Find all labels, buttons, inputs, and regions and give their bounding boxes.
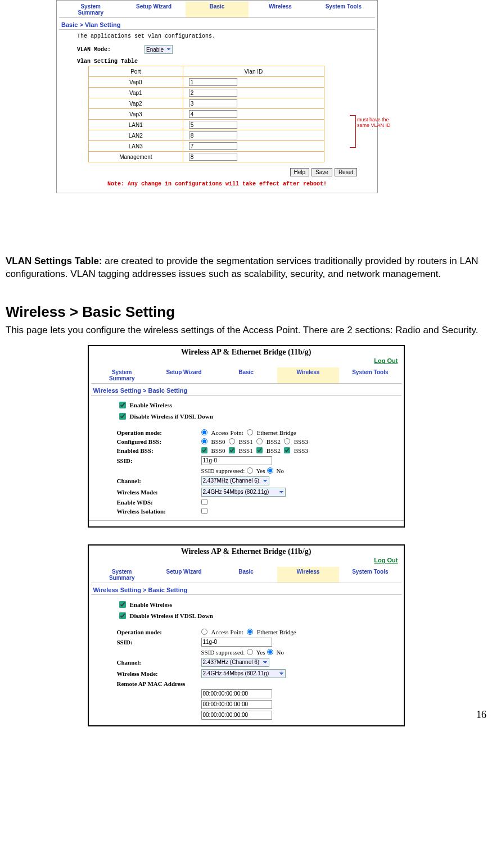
breadcrumb: Basic > Vlan Setting [59, 18, 375, 30]
tab-system-tools[interactable]: System Tools [339, 367, 401, 384]
cfg-bss0-radio[interactable] [201, 438, 207, 444]
tab-bar: System Summary Setup Wizard Basic Wirele… [89, 566, 404, 583]
opmode-ap-radio[interactable] [201, 629, 207, 635]
tab-system-tools[interactable]: System Tools [312, 2, 375, 18]
app-title: Wireless AP & Ethernet Bridge (11b/g) [89, 546, 404, 557]
wireless-mode-select[interactable]: 2.4GHz 54Mbps (802.11g) [201, 488, 286, 497]
vlanid-input[interactable] [189, 99, 237, 107]
table-row: LAN1 [89, 120, 324, 130]
tab-system-summary[interactable]: System Summary [59, 2, 122, 18]
breadcrumb: Wireless Setting > Basic Setting [91, 583, 401, 595]
tab-bar: System Summary Setup Wizard Basic Wirele… [89, 366, 404, 384]
en-bss0-checkbox[interactable] [201, 447, 207, 453]
enable-wds-checkbox[interactable] [201, 499, 207, 505]
table-row: LAN2 [89, 130, 324, 141]
channel-label: Channel: [117, 478, 201, 484]
vlanid-input[interactable] [189, 153, 237, 161]
tab-system-summary[interactable]: System Summary [91, 567, 153, 583]
disable-wireless-vdsl-label: Disable Wireless if VDSL Down [130, 612, 213, 619]
tab-basic[interactable]: Basic [215, 367, 277, 384]
logout-link[interactable]: Log Out [374, 557, 398, 563]
tab-setup-wizard[interactable]: Setup Wizard [122, 2, 185, 18]
table-row: LAN3 [89, 141, 324, 152]
table-row: Vap3 [89, 109, 324, 120]
ssid-suppressed-label: SSID suppressed: [201, 649, 245, 656]
ssid-supp-yes-radio[interactable] [247, 467, 253, 474]
tab-wireless[interactable]: Wireless [249, 2, 312, 18]
en-bss1-checkbox[interactable] [229, 447, 235, 453]
opmode-bridge-radio[interactable] [247, 429, 253, 435]
save-button[interactable]: Save [312, 168, 332, 176]
opmode-label: Operation mode: [117, 429, 201, 436]
tab-system-summary[interactable]: System Summary [91, 367, 153, 384]
col-vlanid: Vlan ID [183, 66, 324, 77]
tab-system-tools[interactable]: System Tools [339, 567, 401, 583]
reset-button[interactable]: Reset [335, 168, 357, 176]
wireless-isolation-label: Wireless Isolation: [117, 508, 201, 515]
annotation-bracket [338, 115, 356, 148]
vlanid-input[interactable] [189, 78, 237, 86]
tab-setup-wizard[interactable]: Setup Wizard [153, 367, 215, 384]
ssid-input[interactable] [201, 456, 272, 465]
wireless-screenshot-bridge: Wireless AP & Ethernet Bridge (11b/g) Lo… [88, 544, 405, 726]
enabled-bss-label: Enabled BSS: [117, 447, 201, 454]
disable-wireless-vdsl-checkbox[interactable] [119, 413, 126, 420]
vlanid-input[interactable] [189, 110, 237, 118]
ssid-supp-yes-radio[interactable] [247, 649, 253, 655]
enable-wireless-checkbox[interactable] [119, 402, 126, 408]
tab-basic[interactable]: Basic [186, 2, 249, 18]
tab-setup-wizard[interactable]: Setup Wizard [153, 567, 215, 583]
cfg-bss3-radio[interactable] [284, 438, 290, 444]
disable-wireless-vdsl-label: Disable Wireless if VDSL Down [130, 413, 213, 420]
cfg-bss2-radio[interactable] [256, 438, 263, 444]
ssid-supp-no-radio[interactable] [267, 467, 273, 474]
vlan-annotation: must have the same VLAN ID [357, 117, 396, 129]
vlanid-input[interactable] [189, 121, 237, 129]
vlanid-input[interactable] [189, 131, 237, 139]
wireless-isolation-checkbox[interactable] [201, 508, 207, 514]
opmode-label: Operation mode: [117, 629, 201, 635]
enable-wds-label: Enable WDS: [117, 499, 201, 506]
disable-wireless-vdsl-checkbox[interactable] [119, 612, 126, 619]
wireless-mode-label: Wireless Mode: [117, 489, 201, 496]
en-bss3-checkbox[interactable] [284, 447, 290, 453]
en-bss2-checkbox[interactable] [256, 447, 263, 453]
opmode-ap-radio[interactable] [201, 429, 207, 435]
vlan-table-heading: Vlan Setting Table [77, 58, 357, 65]
help-button[interactable]: Help [290, 168, 310, 176]
breadcrumb: Wireless Setting > Basic Setting [91, 384, 401, 396]
remote-mac-input[interactable] [201, 711, 272, 720]
remote-mac-label: Remote AP MAC Address [117, 680, 201, 687]
table-row: Vap2 [89, 98, 324, 109]
page-number: 16 [476, 709, 486, 721]
vlan-note: Note: Any change in configurations will … [57, 180, 377, 193]
col-port: Port [89, 66, 183, 77]
channel-select[interactable]: 2.437MHz (Channel 6) [201, 658, 269, 667]
enable-wireless-checkbox[interactable] [119, 601, 126, 608]
opmode-bridge-radio[interactable] [247, 629, 253, 635]
vlan-screenshot: System Summary Setup Wizard Basic Wirele… [56, 0, 378, 193]
vlan-mode-select[interactable]: Enable [145, 45, 173, 54]
tab-basic[interactable]: Basic [215, 567, 277, 583]
ssid-label: SSID: [117, 639, 201, 646]
table-row: Vap1 [89, 88, 324, 98]
wireless-mode-select[interactable]: 2.4GHz 54Mbps (802.11g) [201, 669, 286, 678]
remote-mac-input[interactable] [201, 689, 272, 698]
app-title: Wireless AP & Ethernet Bridge (11b/g) [89, 346, 404, 357]
tab-wireless[interactable]: Wireless [277, 367, 339, 384]
channel-select[interactable]: 2.437MHz (Channel 6) [201, 476, 269, 485]
table-row: Management [89, 152, 324, 162]
channel-label: Channel: [117, 659, 201, 666]
table-row: Vap0 [89, 77, 324, 88]
cfg-bss1-radio[interactable] [229, 438, 235, 444]
ssid-supp-no-radio[interactable] [267, 649, 273, 655]
tab-wireless[interactable]: Wireless [277, 567, 339, 583]
remote-mac-input[interactable] [201, 700, 272, 709]
logout-link[interactable]: Log Out [374, 357, 398, 364]
vlanid-input[interactable] [189, 89, 237, 97]
doc-heading-wireless: Wireless > Basic Setting [6, 303, 486, 321]
vlanid-input[interactable] [189, 142, 237, 150]
ssid-input[interactable] [201, 638, 272, 647]
wireless-mode-label: Wireless Mode: [117, 670, 201, 677]
ssid-suppressed-label: SSID suppressed: [201, 467, 245, 474]
